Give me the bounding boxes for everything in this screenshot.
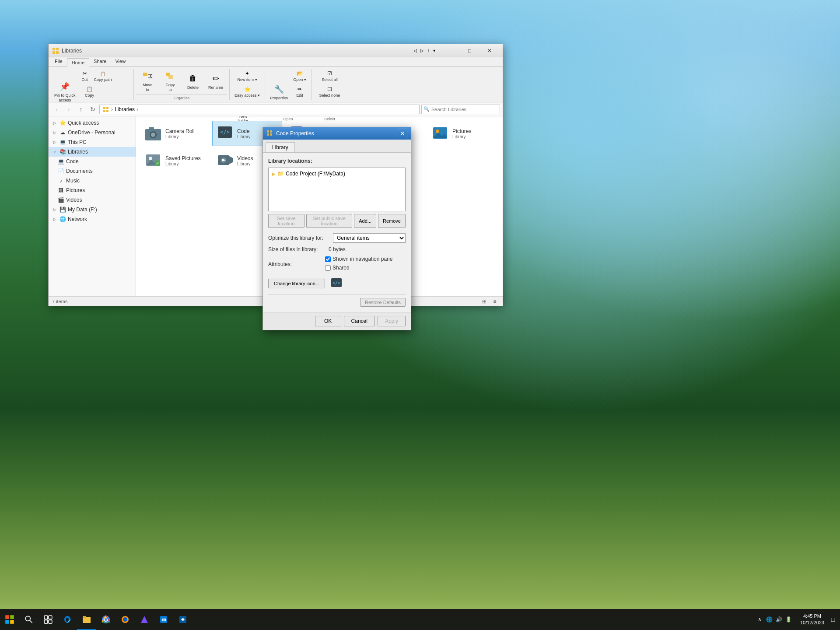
- quick-forward-btn[interactable]: ▷: [419, 48, 425, 53]
- restore-defaults-button[interactable]: Restore Defaults: [360, 298, 406, 307]
- apply-button[interactable]: Apply: [378, 316, 406, 326]
- tab-home[interactable]: Home: [67, 58, 89, 67]
- minimize-button[interactable]: ─: [440, 44, 460, 57]
- taskbar-dev-button[interactable]: [135, 609, 154, 630]
- dialog-close-button[interactable]: ✕: [398, 129, 407, 138]
- refresh-button[interactable]: ↻: [88, 105, 98, 114]
- pin-label: Pin to Quickaccess: [54, 93, 76, 103]
- taskbar-app1-button[interactable]: 📧: [154, 609, 173, 630]
- item-count: 7 items: [52, 299, 67, 304]
- sidebar-item-libraries[interactable]: ▿ 📚 Libraries: [49, 147, 136, 157]
- rename-label: Rename: [208, 85, 223, 90]
- file-item-pictures[interactable]: Pictures Library: [427, 121, 497, 146]
- sidebar-item-code[interactable]: 💻 Code: [49, 157, 136, 166]
- copy-path-button[interactable]: 📋 Copy path: [92, 69, 114, 84]
- svg-rect-46: [10, 620, 14, 624]
- sidebar-item-pictures[interactable]: 🖼 Pictures: [49, 186, 136, 195]
- forward-button[interactable]: ›: [63, 104, 74, 115]
- large-icons-view-button[interactable]: ⊞: [480, 297, 489, 306]
- attributes-section: Attributes: Shown in navigation pane Sha…: [268, 256, 406, 272]
- shared-checkbox[interactable]: [325, 265, 331, 271]
- cut-label: Cut: [82, 77, 88, 82]
- saved-pictures-name: Saved Pictures: [165, 155, 201, 161]
- properties-button[interactable]: 🔧 Properties: [268, 82, 290, 102]
- tab-share[interactable]: Share: [89, 57, 111, 66]
- tab-view[interactable]: View: [111, 57, 130, 66]
- details-view-button[interactable]: ≡: [490, 297, 499, 306]
- taskbar-search-button[interactable]: [19, 609, 38, 630]
- taskbar-store-button[interactable]: [173, 609, 192, 630]
- set-public-save-location-button[interactable]: Set public save location: [306, 214, 353, 228]
- copy-button[interactable]: 📋 Copy: [79, 84, 101, 99]
- notification-icon[interactable]: □: [830, 616, 836, 623]
- start-button[interactable]: [0, 609, 19, 630]
- add-location-button[interactable]: Add...: [354, 214, 376, 228]
- shown-nav-checkbox[interactable]: [325, 256, 331, 262]
- quick-back-btn[interactable]: ◁: [412, 48, 418, 53]
- tray-battery-icon[interactable]: 🔋: [785, 616, 792, 623]
- task-view-button[interactable]: [38, 609, 58, 630]
- sidebar-item-onedrive[interactable]: ▷ ☁ OneDrive - Personal: [49, 128, 136, 137]
- select-none-button[interactable]: ☐ Select none: [314, 84, 345, 99]
- code-lib-info: Code Library: [237, 128, 251, 139]
- ribbon-group-clipboard: 📌 Pin to Quickaccess ✂ Cut 📋 Co: [49, 69, 134, 100]
- location-folder-icon: 📁: [277, 171, 284, 177]
- easy-access-label: Easy access ▾: [234, 93, 260, 98]
- sidebar-label-this-pc: This PC: [68, 139, 87, 145]
- rename-button[interactable]: ✏ Rename: [205, 71, 227, 91]
- search-box[interactable]: 🔍: [421, 105, 500, 114]
- copy-to-button[interactable]: Copyto: [159, 69, 181, 94]
- clock[interactable]: 4:45 PM 10/12/2023: [797, 613, 828, 626]
- cut-button[interactable]: ✂ Cut: [79, 69, 91, 84]
- file-item-saved-pictures[interactable]: ✓ Saved Pictures Library: [140, 148, 210, 173]
- address-box[interactable]: › Libraries ›: [99, 105, 420, 114]
- location-item[interactable]: ▶ 📁 Code Project (F:\MyData): [270, 170, 403, 178]
- set-save-location-button[interactable]: Set save location: [268, 214, 304, 228]
- easy-access-button[interactable]: ⭐ Easy access ▾: [232, 84, 262, 99]
- remove-location-button[interactable]: Remove: [378, 214, 406, 228]
- taskbar-edge-button[interactable]: [58, 609, 77, 630]
- taskbar-chrome-button[interactable]: [96, 609, 116, 630]
- dialog-tab-library[interactable]: Library: [266, 142, 295, 152]
- my-data-icon: 💾: [59, 206, 66, 213]
- customize-btn[interactable]: ▾: [432, 48, 437, 53]
- tray-chevron-icon[interactable]: ∧: [756, 616, 763, 623]
- taskbar-firefox-button[interactable]: [116, 609, 135, 630]
- quick-up-btn[interactable]: ↑: [426, 48, 431, 53]
- edit-icon: ✏: [296, 86, 303, 93]
- up-button[interactable]: ↑: [76, 104, 86, 115]
- expand-icon: ▷: [52, 207, 57, 212]
- search-input[interactable]: [431, 107, 498, 112]
- tray-network-icon[interactable]: 🌐: [766, 616, 773, 623]
- delete-icon: 🗑: [187, 73, 199, 85]
- select-all-button[interactable]: ☑ Select all: [314, 69, 345, 84]
- open-button[interactable]: 📂 Open ▾: [291, 69, 308, 84]
- sidebar-item-this-pc[interactable]: ▷ 💻 This PC: [49, 137, 136, 147]
- sidebar-item-documents[interactable]: 📄 Documents: [49, 166, 136, 176]
- cancel-button[interactable]: Cancel: [344, 316, 375, 326]
- edit-button[interactable]: ✏ Edit: [291, 84, 308, 99]
- camera-roll-type: Library: [165, 134, 195, 139]
- close-button[interactable]: ✕: [480, 44, 499, 57]
- sidebar-item-quick-access[interactable]: ▷ ⭐ Quick access: [49, 118, 136, 128]
- sidebar-item-network[interactable]: ▷ 🌐 Network: [49, 214, 136, 224]
- title-bar: Libraries ◁ ▷ ↑ ▾ ─ □ ✕: [49, 44, 503, 57]
- new-item-button[interactable]: ✦ New item ▾: [232, 69, 262, 84]
- back-button[interactable]: ‹: [51, 104, 62, 115]
- ok-button[interactable]: OK: [315, 316, 341, 326]
- pin-quick-access-button[interactable]: 📌 Pin to Quickaccess: [52, 79, 78, 104]
- sidebar-item-my-data[interactable]: ▷ 💾 My Data (F:): [49, 205, 136, 214]
- delete-button[interactable]: 🗑 Delete: [182, 71, 204, 91]
- sidebar-item-videos[interactable]: 🎬 Videos: [49, 195, 136, 205]
- locations-listbox[interactable]: ▶ 📁 Code Project (F:\MyData): [268, 168, 406, 211]
- window-controls: ─ □ ✕: [440, 44, 499, 57]
- tab-file[interactable]: File: [50, 57, 67, 66]
- optimize-select[interactable]: General items Documents Music Pictures V…: [333, 233, 406, 243]
- file-item-camera-roll[interactable]: Camera Roll Library: [140, 121, 210, 146]
- move-to-button[interactable]: Moveto: [136, 69, 158, 94]
- change-icon-button[interactable]: Change library icon...: [268, 279, 325, 288]
- tray-volume-icon[interactable]: 🔊: [776, 616, 783, 623]
- taskbar-explorer-button[interactable]: [77, 609, 96, 630]
- maximize-button[interactable]: □: [460, 44, 480, 57]
- sidebar-item-music[interactable]: ♪ Music: [49, 176, 136, 186]
